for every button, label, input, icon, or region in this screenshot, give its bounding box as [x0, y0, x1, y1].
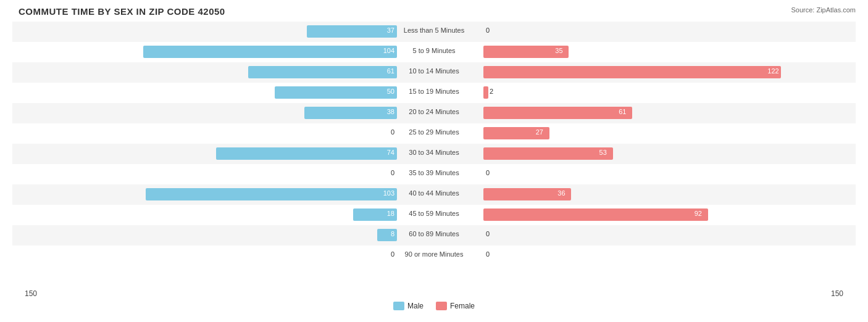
axis-left: 150	[25, 289, 37, 298]
value-female: 2	[490, 88, 493, 95]
value-male: 0	[391, 250, 394, 258]
legend-male-label: Male	[407, 302, 424, 310]
chart-row: 0035 to 39 Minutes	[12, 164, 856, 184]
bar-female	[483, 147, 613, 160]
bar-male	[216, 147, 397, 160]
value-male: 0	[391, 128, 394, 136]
source-label: Source: ZipAtlas.com	[791, 6, 856, 14]
chart-row: 370Less than 5 Minutes	[12, 22, 856, 42]
legend-male: Male	[393, 302, 424, 310]
legend-female-box	[436, 302, 447, 310]
row-label: 60 to 89 Minutes	[409, 230, 459, 237]
bars-area: 370Less than 5 Minutes104355 to 9 Minute…	[12, 22, 856, 287]
chart-title: COMMUTE TIME BY SEX IN ZIP CODE 42050	[12, 6, 856, 17]
bar-female	[483, 86, 488, 99]
row-label: 45 to 59 Minutes	[409, 210, 459, 217]
chart-row: 1033640 to 44 Minutes	[12, 184, 856, 205]
value-male: 8	[391, 230, 394, 237]
value-female: 27	[536, 128, 543, 136]
value-female: 53	[599, 149, 607, 156]
row-label: Less than 5 Minutes	[404, 27, 464, 34]
value-female: 61	[619, 108, 626, 115]
row-label: 30 to 34 Minutes	[409, 149, 459, 156]
value-female: 0	[486, 169, 490, 176]
value-male: 37	[387, 27, 394, 34]
chart-row: 745330 to 34 Minutes	[12, 144, 856, 164]
bar-male	[307, 25, 397, 38]
value-male: 50	[387, 88, 394, 95]
axis-labels: 150 150	[12, 289, 856, 298]
bar-female	[483, 107, 632, 119]
value-female: 36	[557, 189, 565, 197]
value-male: 103	[383, 189, 394, 197]
bar-female	[483, 66, 781, 78]
chart-row: 189245 to 59 Minutes	[12, 205, 856, 225]
row-label: 35 to 39 Minutes	[409, 169, 459, 176]
chart-row: 104355 to 9 Minutes	[12, 42, 856, 62]
value-female: 0	[486, 230, 490, 237]
row-label: 5 to 9 Minutes	[412, 47, 455, 54]
row-label: 10 to 14 Minutes	[409, 67, 459, 75]
value-male: 74	[387, 149, 394, 156]
chart-row: 50215 to 19 Minutes	[12, 83, 856, 103]
value-female: 35	[555, 47, 562, 54]
value-female: 0	[486, 27, 490, 34]
row-label: 25 to 29 Minutes	[409, 128, 459, 136]
row-label: 20 to 24 Minutes	[409, 108, 459, 115]
axis-right: 150	[831, 289, 843, 298]
chart-row: 02725 to 29 Minutes	[12, 123, 856, 144]
bar-male	[248, 66, 397, 78]
legend-female: Female	[436, 302, 475, 310]
row-label: 40 to 44 Minutes	[409, 189, 459, 197]
value-male: 104	[383, 47, 394, 54]
value-male: 61	[387, 67, 394, 75]
chart-row: 8060 to 89 Minutes	[12, 225, 856, 246]
bar-male	[304, 107, 397, 119]
bar-male	[146, 188, 397, 200]
chart-row: 6112210 to 14 Minutes	[12, 62, 856, 83]
value-female: 92	[695, 210, 702, 217]
row-label: 90 or more Minutes	[405, 250, 464, 258]
value-male: 38	[387, 108, 394, 115]
chart-row: 0090 or more Minutes	[12, 246, 856, 266]
bar-male	[143, 46, 397, 58]
value-female: 0	[486, 250, 490, 258]
chart-row: 386120 to 24 Minutes	[12, 103, 856, 123]
bar-female	[483, 208, 708, 221]
chart-container: COMMUTE TIME BY SEX IN ZIP CODE 42050 So…	[0, 0, 868, 322]
legend-male-box	[393, 302, 404, 310]
value-female: 122	[767, 67, 778, 75]
legend: Male Female	[12, 302, 856, 310]
row-label: 15 to 19 Minutes	[409, 88, 459, 95]
value-male: 0	[391, 169, 394, 176]
bar-male	[275, 86, 397, 99]
value-male: 18	[387, 210, 394, 217]
legend-female-label: Female	[450, 302, 475, 310]
